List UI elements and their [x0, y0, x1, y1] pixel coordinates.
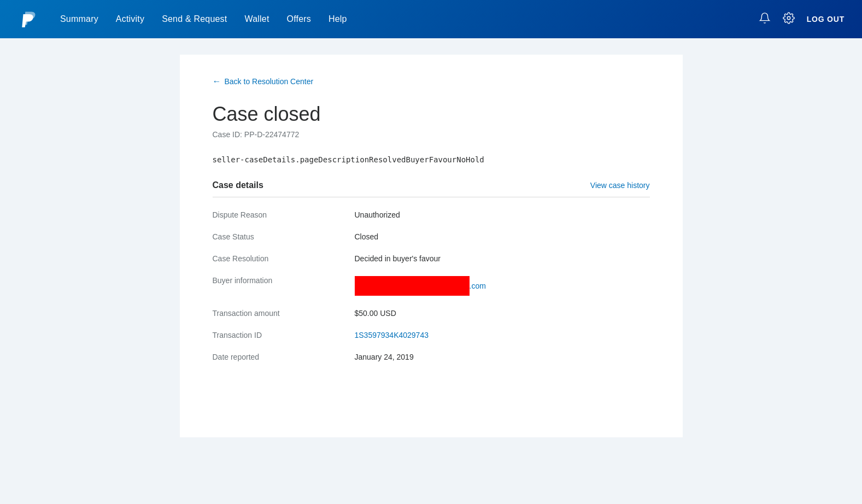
- buyer-info-suffix: .com: [470, 282, 486, 290]
- content-card: ← Back to Resolution Center Case closed …: [180, 55, 683, 437]
- nav-activity[interactable]: Activity: [116, 14, 144, 24]
- main-header: Summary Activity Send & Request Wallet O…: [0, 0, 862, 38]
- detail-row-date-reported: Date reported January 24, 2019: [213, 353, 650, 361]
- date-reported-value: January 24, 2019: [355, 353, 414, 361]
- buyer-info-label: Buyer information: [213, 276, 355, 285]
- page-wrapper: ← Back to Resolution Center Case closed …: [0, 38, 862, 504]
- dispute-reason-value: Unauthorized: [355, 210, 400, 219]
- buyer-info-container: .com: [355, 276, 486, 296]
- case-details-section-title: Case details: [213, 180, 263, 190]
- buyer-info-redacted: [355, 276, 470, 296]
- main-nav: Summary Activity Send & Request Wallet O…: [60, 14, 347, 24]
- case-title: Case closed: [213, 103, 650, 126]
- paypal-logo[interactable]: [17, 8, 40, 31]
- svg-point-0: [787, 16, 790, 20]
- nav-summary[interactable]: Summary: [60, 14, 98, 24]
- logout-button[interactable]: LOG OUT: [807, 15, 845, 24]
- date-reported-label: Date reported: [213, 353, 355, 361]
- view-case-history-link[interactable]: View case history: [590, 181, 650, 190]
- transaction-id-label: Transaction ID: [213, 331, 355, 339]
- page-description: seller-caseDetails.pageDescriptionResolv…: [213, 155, 650, 164]
- case-resolution-value: Decided in buyer's favour: [355, 254, 441, 263]
- detail-row-transaction-id: Transaction ID 1S3597934K4029743: [213, 331, 650, 339]
- detail-row-transaction-amount: Transaction amount $50.00 USD: [213, 309, 650, 318]
- transaction-amount-value: $50.00 USD: [355, 309, 396, 318]
- detail-row-dispute-reason: Dispute Reason Unauthorized: [213, 210, 650, 219]
- nav-offers[interactable]: Offers: [287, 14, 311, 24]
- case-status-label: Case Status: [213, 232, 355, 241]
- back-to-resolution-center-link[interactable]: ← Back to Resolution Center: [213, 77, 650, 86]
- settings-gear-icon[interactable]: [783, 12, 795, 27]
- nav-help[interactable]: Help: [329, 14, 347, 24]
- transaction-id-link[interactable]: 1S3597934K4029743: [355, 331, 429, 339]
- transaction-amount-label: Transaction amount: [213, 309, 355, 318]
- header-left: Summary Activity Send & Request Wallet O…: [17, 8, 347, 31]
- case-resolution-label: Case Resolution: [213, 254, 355, 263]
- case-id: Case ID: PP-D-22474772: [213, 130, 650, 139]
- header-right: LOG OUT: [759, 12, 845, 27]
- case-details-header: Case details View case history: [213, 180, 650, 197]
- notification-bell-icon[interactable]: [759, 12, 771, 27]
- nav-wallet[interactable]: Wallet: [244, 14, 269, 24]
- detail-row-case-status: Case Status Closed: [213, 232, 650, 241]
- dispute-reason-label: Dispute Reason: [213, 210, 355, 219]
- case-status-value: Closed: [355, 232, 379, 241]
- detail-row-buyer-info: Buyer information .com: [213, 276, 650, 296]
- nav-send-request[interactable]: Send & Request: [162, 14, 227, 24]
- detail-row-case-resolution: Case Resolution Decided in buyer's favou…: [213, 254, 650, 263]
- back-link-label: Back to Resolution Center: [225, 77, 314, 86]
- back-arrow-icon: ←: [213, 77, 221, 86]
